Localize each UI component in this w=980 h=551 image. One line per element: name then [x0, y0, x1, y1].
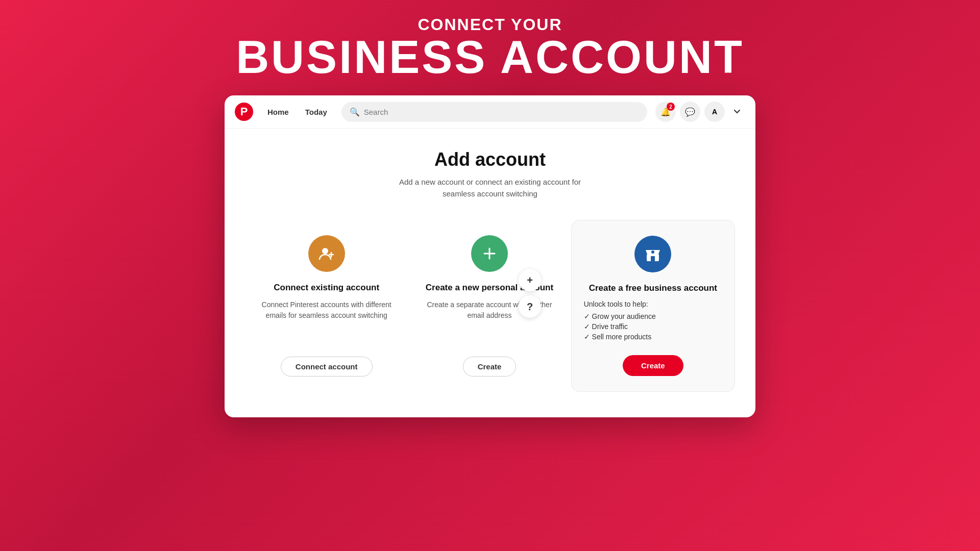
search-bar[interactable]: 🔍 [341, 102, 647, 122]
card-business-title: Create a free business account [589, 283, 717, 294]
hero-title: BUSINESS ACCOUNT [236, 34, 744, 80]
create-business-icon-bg [634, 236, 671, 272]
create-personal-icon-bg [471, 235, 508, 272]
nav-bar: P Home Today 🔍 🔔 2 💬 A [225, 95, 755, 129]
search-input[interactable] [364, 108, 639, 116]
card-connect-title: Connect existing account [274, 282, 379, 293]
card-create-business: Create a free business account Unlock to… [571, 220, 735, 392]
checklist-item-1: ✓ Grow your audience [584, 312, 722, 320]
svg-point-7 [651, 251, 654, 254]
svg-rect-6 [651, 256, 655, 261]
fab-add[interactable]: + [519, 269, 541, 291]
connect-account-button[interactable]: Connect account [281, 357, 373, 377]
card-connect-existing: Connect existing account Connect Pintere… [245, 220, 408, 392]
search-icon: 🔍 [350, 107, 360, 117]
message-icon: 💬 [685, 107, 695, 117]
notification-button[interactable]: 🔔 2 [655, 102, 676, 122]
create-business-button[interactable]: Create [623, 355, 683, 376]
fab-help[interactable]: ? [519, 295, 541, 318]
plus-icon [481, 245, 498, 262]
page-subtitle: Add a new account or connect an existing… [399, 177, 581, 199]
browser-window: P Home Today 🔍 🔔 2 💬 A [225, 95, 755, 417]
nav-links: Home Today [261, 104, 333, 120]
nav-today[interactable]: Today [299, 104, 333, 120]
card-create-personal: Create a new personal account Create a s… [408, 220, 571, 392]
avatar-button[interactable]: A [704, 102, 725, 122]
chevron-down-button[interactable] [729, 104, 745, 120]
checklist-item-3: ✓ Sell more products [584, 333, 722, 341]
main-content: Add account Add a new account or connect… [225, 129, 755, 417]
connect-icon-bg [308, 235, 345, 272]
nav-actions: 🔔 2 💬 A [655, 102, 745, 122]
connect-icon [317, 244, 336, 263]
checklist-item-2: ✓ Drive traffic [584, 322, 722, 331]
page-title: Add account [434, 149, 546, 170]
svg-point-0 [322, 248, 328, 254]
create-personal-button[interactable]: Create [463, 357, 517, 377]
cards-container: Connect existing account Connect Pintere… [245, 220, 735, 392]
pinterest-logo: P [235, 103, 253, 121]
checklist-intro: Unlock tools to help: [584, 300, 722, 308]
card-business-checklist: Unlock tools to help: ✓ Grow your audien… [584, 300, 722, 343]
store-icon [644, 245, 662, 263]
card-connect-desc: Connect Pinterest accounts with differen… [257, 299, 396, 344]
notification-badge: 2 [667, 103, 675, 111]
floating-buttons: + ? [519, 269, 541, 318]
message-button[interactable]: 💬 [680, 102, 700, 122]
pinterest-p: P [240, 105, 248, 118]
nav-home[interactable]: Home [261, 104, 295, 120]
